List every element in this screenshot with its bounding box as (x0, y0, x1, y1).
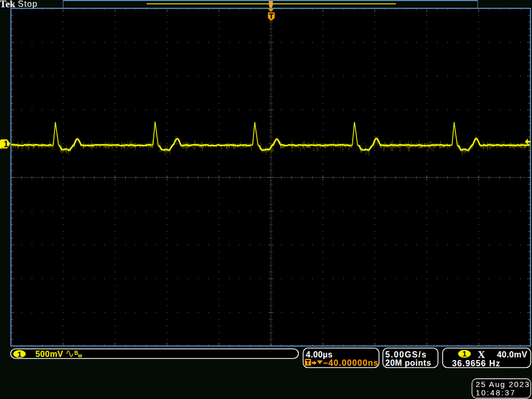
svg-text:1: 1 (18, 350, 22, 358)
svg-text:20M points: 20M points (385, 358, 432, 367)
svg-text:X: X (478, 349, 485, 360)
svg-text:4.00µs: 4.00µs (306, 350, 333, 359)
svg-text:25 Aug 2023: 25 Aug 2023 (476, 380, 530, 389)
svg-text:−40.00000ns: −40.00000ns (323, 358, 379, 367)
svg-text:36.9656 Hz: 36.9656 Hz (452, 359, 500, 368)
svg-text:Tek: Tek (0, 0, 16, 9)
svg-text:10:48:37: 10:48:37 (476, 388, 516, 397)
svg-text:500mV: 500mV (35, 350, 63, 358)
svg-text:Stop: Stop (18, 0, 37, 8)
svg-text:1: 1 (462, 350, 467, 358)
svg-text:5.00GS/s: 5.00GS/s (385, 350, 427, 359)
svg-text:W: W (78, 353, 83, 358)
svg-text:1: 1 (4, 140, 8, 149)
svg-text:40.0mV: 40.0mV (497, 350, 527, 359)
